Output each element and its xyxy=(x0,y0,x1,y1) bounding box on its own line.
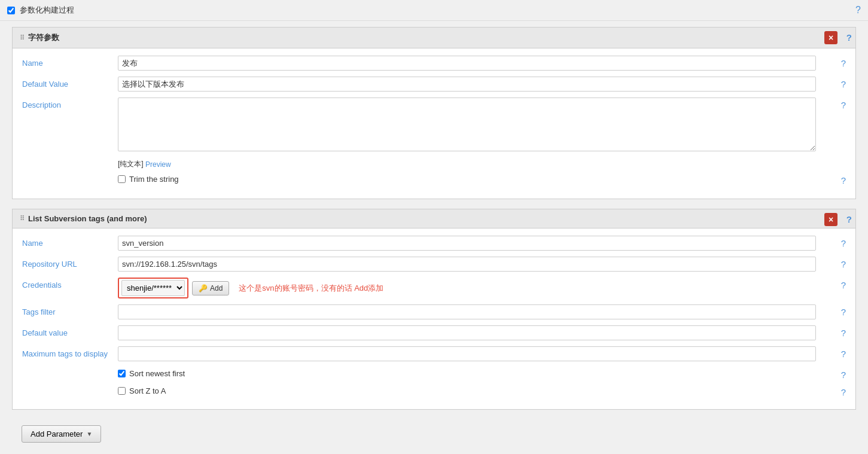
section2-sortnewest-row: Sort newest first ? xyxy=(118,367,846,380)
section2-repourl-input[interactable] xyxy=(118,257,816,272)
trim-checkbox[interactable] xyxy=(118,175,126,183)
add-parameter-label: Add Parameter xyxy=(31,429,83,438)
section2-repourl-label: Repository URL xyxy=(22,257,118,269)
section2-name-label: Name xyxy=(22,236,118,248)
section2-credentials-label: Credentials xyxy=(22,278,118,290)
section1-defaultvalue-label: Default Value xyxy=(22,77,118,89)
section1-name-label: Name xyxy=(22,56,118,68)
section2-credentials-row: Credentials shenjie/****** 🔑 Add 这个是svn的… xyxy=(22,278,846,298)
section2-defaultvalue-label: Default value xyxy=(22,325,118,337)
section2-maxtagstodisplay-label: Maximum tags to display xyxy=(22,346,118,358)
section2-name-row: Name ? xyxy=(22,236,846,251)
section2-defaultvalue-field xyxy=(118,325,816,340)
credentials-add-button[interactable]: 🔑 Add xyxy=(192,281,229,295)
section2-tagsfilter-input[interactable] xyxy=(118,304,816,319)
parameterize-checkbox[interactable] xyxy=(7,7,15,14)
section2-maxtagstodisplay-input[interactable] xyxy=(118,346,816,361)
section1-description-field xyxy=(118,97,816,153)
section1-name-row: Name ? xyxy=(22,56,846,71)
section2-body: Name ? Repository URL ? Credential xyxy=(13,228,855,409)
preview-link[interactable]: Preview xyxy=(145,160,171,169)
section2-tagsfilter-label: Tags filter xyxy=(22,304,118,316)
section1-delete-button[interactable]: × xyxy=(824,31,837,44)
section2-maxtagstodisplay-help-icon[interactable]: ? xyxy=(834,346,846,359)
section2-panel: ⠿ List Subversion tags (and more) × ? Na… xyxy=(12,209,856,410)
credentials-select[interactable]: shenjie/****** xyxy=(121,280,185,296)
section1-help-icon[interactable]: ? xyxy=(846,32,852,42)
section1-drag-icon: ⠿ xyxy=(20,34,25,42)
trim-help-icon[interactable]: ? xyxy=(834,173,846,185)
section1-name-help-icon[interactable]: ? xyxy=(834,56,846,68)
section2-tagsfilter-field xyxy=(118,304,816,319)
section1-defaultvalue-field xyxy=(118,77,816,92)
add-btn-key-icon: 🔑 xyxy=(199,284,208,292)
section2-repourl-row: Repository URL ? xyxy=(22,257,846,272)
section2-defaultvalue-help-icon[interactable]: ? xyxy=(834,325,846,338)
section1-panel: ⠿ 字符参数 × ? Name ? Default Value xyxy=(12,27,856,199)
section2-name-field xyxy=(118,236,816,251)
trim-label: Trim the string xyxy=(129,175,179,184)
credentials-annotation: 这个是svn的账号密码，没有的话 Add添加 xyxy=(239,283,383,294)
top-title: 参数化构建过程 xyxy=(20,5,855,16)
sort-ztoa-label: Sort Z to A xyxy=(129,386,166,395)
sort-newest-checkbox[interactable] xyxy=(118,370,126,377)
section2-tagsfilter-row: Tags filter ? xyxy=(22,304,846,319)
section1-description-help-icon[interactable]: ? xyxy=(834,97,846,110)
add-parameter-dropdown-arrow: ▼ xyxy=(86,431,92,437)
add-parameter-button[interactable]: Add Parameter ▼ xyxy=(22,425,101,443)
section1-name-field xyxy=(118,56,816,71)
sort-newest-label: Sort newest first xyxy=(129,369,185,378)
section2-maxtagstodisplay-field xyxy=(118,346,816,361)
section2-delete-button[interactable]: × xyxy=(824,213,837,226)
section2-repourl-help-icon[interactable]: ? xyxy=(834,257,846,269)
section2-maxtagstodisplay-row: Maximum tags to display ? xyxy=(22,346,846,361)
section2-credentials-field: shenjie/****** 🔑 Add 这个是svn的账号密码，没有的话 Ad… xyxy=(118,278,816,298)
section1-defaultvalue-help-icon[interactable]: ? xyxy=(834,77,846,89)
section1-header: ⠿ 字符参数 × ? xyxy=(13,28,855,48)
sort-newest-help-icon[interactable]: ? xyxy=(834,367,846,380)
sort-ztoa-checkbox[interactable] xyxy=(118,387,126,395)
section1-desc-footer: [纯文本] Preview xyxy=(118,159,828,169)
credentials-select-wrapper: shenjie/****** xyxy=(118,278,188,298)
section1-title: 字符参数 xyxy=(28,32,59,43)
section2-title: List Subversion tags (and more) xyxy=(28,214,147,223)
section2-tagsfilter-help-icon[interactable]: ? xyxy=(834,304,846,317)
section2-defaultvalue-input[interactable] xyxy=(118,325,816,340)
section1-description-row: Description ? xyxy=(22,97,846,153)
page-wrapper: 参数化构建过程 ? ⠿ 字符参数 × ? Name ? xyxy=(0,0,868,454)
section2-drag-icon: ⠿ xyxy=(20,215,25,223)
section1-defaultvalue-row: Default Value ? xyxy=(22,77,846,92)
section2-repourl-field xyxy=(118,257,816,272)
section1-defaultvalue-input[interactable] xyxy=(118,77,816,92)
section1-name-input[interactable] xyxy=(118,56,816,71)
trim-row: Trim the string ? xyxy=(118,173,846,185)
section2-sortztoa-row: Sort Z to A ? xyxy=(118,385,846,397)
add-btn-label: Add xyxy=(210,284,223,292)
top-header: 参数化构建过程 ? xyxy=(0,0,868,21)
sort-ztoa-help-icon[interactable]: ? xyxy=(834,385,846,397)
section2-help-icon[interactable]: ? xyxy=(846,214,852,224)
add-param-btn-wrapper: Add Parameter ▼ xyxy=(12,419,856,449)
section2-header: ⠿ List Subversion tags (and more) × ? xyxy=(13,209,855,228)
section2-name-input[interactable] xyxy=(118,236,816,251)
section1-body: Name ? Default Value ? Description xyxy=(13,48,855,199)
pure-text-label: [纯文本] xyxy=(118,159,144,169)
section1-description-textarea[interactable] xyxy=(118,97,816,151)
top-help-icon[interactable]: ? xyxy=(855,5,861,16)
section1-description-label: Description xyxy=(22,97,118,109)
section2-defaultvalue-row: Default value ? xyxy=(22,325,846,340)
section2-name-help-icon[interactable]: ? xyxy=(834,236,846,248)
main-content: ⠿ 字符参数 × ? Name ? Default Value xyxy=(0,21,868,454)
section2-credentials-help-icon[interactable]: ? xyxy=(834,278,846,290)
